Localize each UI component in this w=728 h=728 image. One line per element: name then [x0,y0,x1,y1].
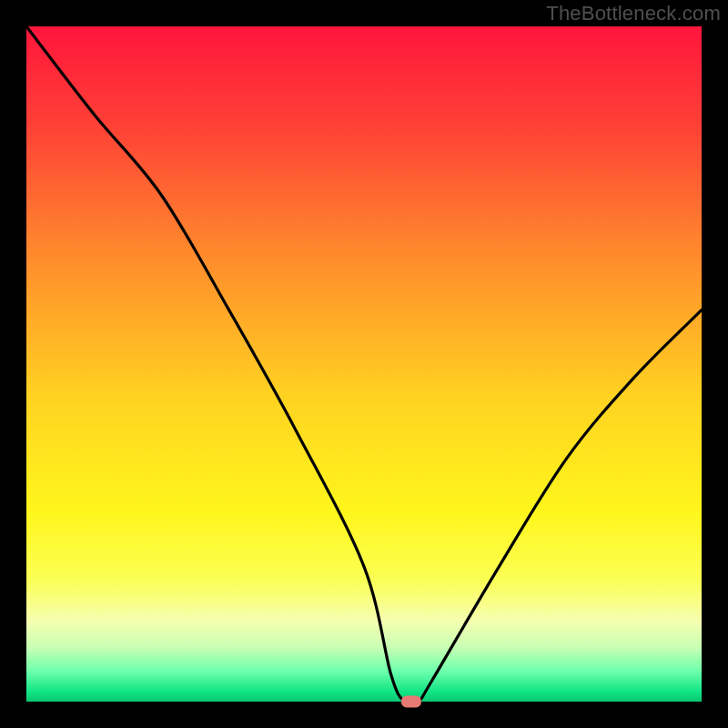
chart-container: TheBottleneck.com [0,0,728,728]
plot-background [26,26,702,702]
bottleneck-chart [0,0,728,728]
optimum-marker [401,696,421,708]
watermark-label: TheBottleneck.com [546,2,721,25]
